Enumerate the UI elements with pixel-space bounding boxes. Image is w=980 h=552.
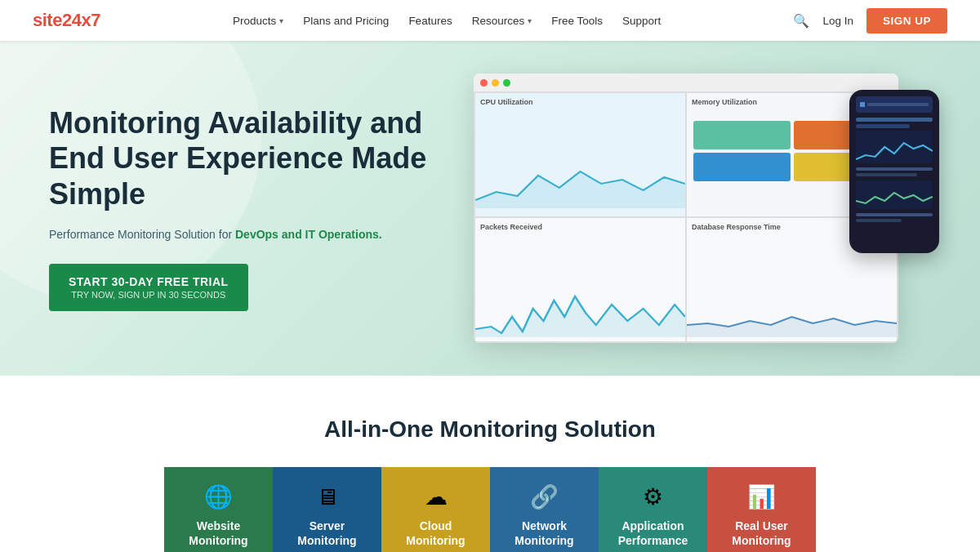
cta-main-text: START 30-DAY FREE TRIAL bbox=[69, 275, 229, 288]
panel-packets: Packets Received bbox=[475, 218, 685, 341]
hero-section: Monitoring Availability and End User Exp… bbox=[0, 41, 980, 376]
dot-red bbox=[480, 79, 488, 87]
cta-sub-text: TRY NOW, SIGN UP IN 30 SECONDS bbox=[69, 290, 229, 300]
cta-button[interactable]: START 30-DAY FREE TRIAL TRY NOW, SIGN UP… bbox=[49, 264, 248, 311]
log-in-link[interactable]: Log In bbox=[822, 15, 853, 27]
search-icon[interactable]: 🔍 bbox=[793, 13, 809, 29]
mobile-mockup bbox=[849, 90, 939, 253]
sign-up-button[interactable]: SIGN UP bbox=[866, 8, 947, 33]
nav-resources[interactable]: Resources ▾ bbox=[472, 15, 532, 27]
packets-chart bbox=[475, 292, 685, 337]
dot-green bbox=[503, 79, 510, 87]
mockup-titlebar bbox=[474, 73, 898, 91]
monitor-cards-row: 🌐WebsiteMonitoring🖥ServerMonitoring☁Clou… bbox=[33, 467, 947, 552]
hero-subtitle: Performance Monitoring Solution for DevO… bbox=[49, 228, 441, 241]
card-icon-5: 📊 bbox=[747, 483, 776, 510]
card-label-5: Real UserMonitoring bbox=[732, 519, 791, 548]
logo-accent: 24x7 bbox=[62, 10, 100, 30]
card-icon-4: ⚙ bbox=[643, 483, 663, 510]
cpu-chart bbox=[475, 159, 685, 208]
card-icon-1: 🖥 bbox=[316, 483, 339, 510]
nav-plans[interactable]: Plans and Pricing bbox=[303, 15, 389, 27]
card-label-3: NetworkMonitoring bbox=[514, 519, 573, 548]
hero-title: Monitoring Availability and End User Exp… bbox=[49, 105, 441, 211]
card-label-0: WebsiteMonitoring bbox=[189, 519, 247, 548]
main-nav: Products ▾ Plans and Pricing Features Re… bbox=[233, 15, 661, 27]
monitor-card-0[interactable]: 🌐WebsiteMonitoring bbox=[164, 467, 273, 552]
hero-visual: CPU Utilization Memory Utilization bbox=[441, 73, 931, 343]
db-chart bbox=[687, 292, 897, 337]
card-icon-0: 🌐 bbox=[204, 483, 233, 510]
mockup-body: CPU Utilization Memory Utilization bbox=[474, 91, 898, 343]
card-label-1: ServerMonitoring bbox=[297, 519, 356, 548]
monitor-card-3[interactable]: 🔗NetworkMonitoring bbox=[490, 467, 599, 552]
header-actions: 🔍 Log In SIGN UP bbox=[793, 8, 947, 33]
products-arrow-icon: ▾ bbox=[279, 16, 283, 25]
logo[interactable]: site24x7 bbox=[33, 10, 100, 31]
logo-text: site bbox=[33, 10, 62, 30]
resources-arrow-icon: ▾ bbox=[528, 16, 532, 25]
all-in-one-section: All-in-One Monitoring Solution 🌐WebsiteM… bbox=[0, 376, 980, 552]
dashboard-mockup: CPU Utilization Memory Utilization bbox=[474, 73, 898, 343]
card-icon-3: 🔗 bbox=[530, 483, 559, 510]
monitor-card-2[interactable]: ☁CloudMonitoring bbox=[381, 467, 490, 552]
hero-subtitle-highlight: DevOps and IT Operations. bbox=[235, 228, 382, 241]
card-icon-2: ☁ bbox=[425, 483, 448, 510]
nav-support[interactable]: Support bbox=[622, 15, 661, 27]
nav-features[interactable]: Features bbox=[408, 15, 452, 27]
section-title: All-in-One Monitoring Solution bbox=[33, 416, 947, 443]
monitor-card-1[interactable]: 🖥ServerMonitoring bbox=[273, 467, 381, 552]
card-label-2: CloudMonitoring bbox=[406, 519, 465, 548]
panel-cpu: CPU Utilization bbox=[475, 93, 685, 216]
nav-products[interactable]: Products ▾ bbox=[233, 15, 283, 27]
card-label-4: ApplicationPerformance bbox=[618, 519, 688, 548]
monitor-card-4[interactable]: ⚙ApplicationPerformance bbox=[599, 467, 707, 552]
monitor-card-5[interactable]: 📊Real UserMonitoring bbox=[707, 467, 816, 552]
dot-yellow bbox=[492, 79, 499, 87]
header: site24x7 Products ▾ Plans and Pricing Fe… bbox=[0, 0, 980, 41]
nav-free-tools[interactable]: Free Tools bbox=[551, 15, 603, 27]
hero-content: Monitoring Availability and End User Exp… bbox=[49, 105, 441, 311]
